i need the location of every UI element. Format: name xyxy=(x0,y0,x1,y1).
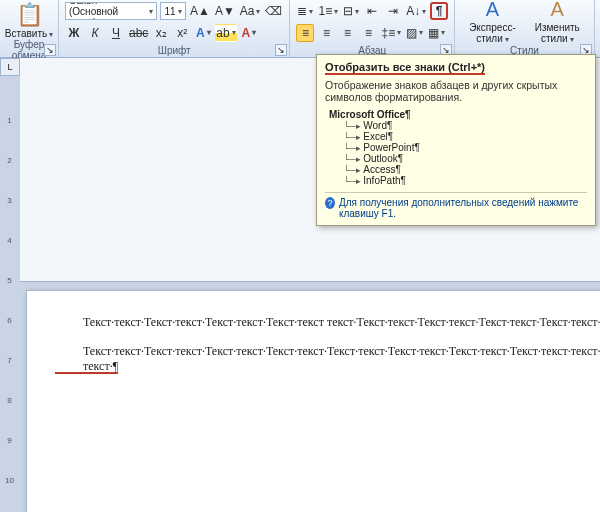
align-left-button[interactable]: ≡ xyxy=(296,24,314,42)
ruler-tick: 9 xyxy=(0,436,19,445)
sort-button[interactable]: A↓ xyxy=(405,2,427,20)
font-dialog-launcher[interactable]: ↘ xyxy=(275,44,287,56)
tree-root: Microsoft Office¶ xyxy=(329,109,587,120)
ruler-tick: 7 xyxy=(0,356,19,365)
left-column: L 12345678910 xyxy=(0,58,20,512)
change-case-button[interactable]: Aa xyxy=(239,2,262,20)
bold-button[interactable]: Ж xyxy=(65,24,83,42)
increase-indent-button[interactable]: ⇥ xyxy=(384,2,402,20)
page-scroll-area[interactable]: Текст·текст·Текст·текст·Текст·текст·Текс… xyxy=(20,282,600,513)
tree-item: InfoPath¶ xyxy=(343,175,587,186)
ruler-tick: 8 xyxy=(0,396,19,405)
change-styles-button[interactable]: A Изменить стили xyxy=(527,0,588,47)
highlight-button[interactable]: ab xyxy=(215,24,236,42)
tree-item: Excel¶ xyxy=(343,131,587,142)
ruler-corner[interactable]: L xyxy=(0,58,20,76)
quick-styles-label: Экспресс-стили xyxy=(469,22,516,45)
group-styles: A Экспресс-стили A Изменить стили Стили … xyxy=(455,0,595,57)
screentip-help: ? Для получения дополнительных сведений … xyxy=(325,197,587,219)
borders-icon: ▦ xyxy=(428,26,439,40)
show-hide-button[interactable]: ¶ xyxy=(430,2,448,20)
ruler-tick: 2 xyxy=(0,156,19,165)
screentip-tree: Microsoft Office¶ Word¶Excel¶PowerPoint¶… xyxy=(329,109,587,186)
bucket-icon: ▨ xyxy=(406,26,417,40)
line-spacing-button[interactable]: ‡≡ xyxy=(380,24,402,42)
multilevel-icon: ⊟ xyxy=(343,4,353,18)
screentip-help-text: Для получения дополнительных сведений на… xyxy=(339,197,587,219)
paste-label: Вставить xyxy=(5,28,53,39)
bullets-button[interactable]: ≣ xyxy=(296,2,314,20)
document-page[interactable]: Текст·текст·Текст·текст·Текст·текст·Текс… xyxy=(26,290,600,513)
screentip-divider xyxy=(325,192,587,193)
numbering-icon: 1≡ xyxy=(318,4,332,18)
font-size-combo[interactable]: 11 xyxy=(160,2,186,20)
screentip-show-hide: Отобразить все знаки (Ctrl+*) Отображени… xyxy=(316,54,596,226)
tree-item: Word¶ xyxy=(343,120,587,131)
screentip-description: Отображение знаков абзацев и других скры… xyxy=(325,79,587,103)
underline-button[interactable]: Ч xyxy=(107,24,125,42)
justify-icon: ≡ xyxy=(365,26,372,40)
group-editing: 🔍 Редактирование xyxy=(595,0,600,57)
eraser-icon: ⌫ xyxy=(265,4,282,18)
italic-button[interactable]: К xyxy=(86,24,104,42)
ribbon: 📋 Вставить Буфер обмена ↘ Calibri (Основ… xyxy=(0,0,600,58)
strikethrough-button[interactable]: abc xyxy=(128,24,149,42)
paragraph-1: Текст·текст·Текст·текст·Текст·текст·Текс… xyxy=(55,315,600,330)
align-center-button[interactable]: ≡ xyxy=(317,24,335,42)
clear-formatting-button[interactable]: ⌫ xyxy=(264,2,283,20)
justify-button[interactable]: ≡ xyxy=(359,24,377,42)
quick-styles-icon: A xyxy=(486,0,499,22)
borders-button[interactable]: ▦ xyxy=(427,24,446,42)
font-color-button[interactable]: A xyxy=(240,24,258,42)
group-clipboard: 📋 Вставить Буфер обмена ↘ xyxy=(0,0,59,57)
grow-font-button[interactable]: A▲ xyxy=(189,2,211,20)
align-center-icon: ≡ xyxy=(323,26,330,40)
change-styles-label: Изменить стили xyxy=(535,22,580,45)
superscript-button[interactable]: x² xyxy=(173,24,191,42)
decrease-indent-button[interactable]: ⇤ xyxy=(363,2,381,20)
shrink-font-button[interactable]: A▼ xyxy=(214,2,236,20)
ruler-tick: 6 xyxy=(0,316,19,325)
quick-styles-button[interactable]: A Экспресс-стили xyxy=(461,0,524,47)
tree-item: Access¶ xyxy=(343,164,587,175)
clipboard-dialog-launcher[interactable]: ↘ xyxy=(44,44,56,56)
paragraph-2-text: Текст·текст·Текст·текст·Текст·текст·Текс… xyxy=(83,344,600,358)
ruler-tick: 10 xyxy=(0,476,19,485)
screentip-title: Отобразить все знаки (Ctrl+*) xyxy=(325,61,485,75)
ruler-tick: 4 xyxy=(0,236,19,245)
bullets-icon: ≣ xyxy=(297,4,307,18)
change-styles-icon: A xyxy=(551,0,564,22)
numbering-button[interactable]: 1≡ xyxy=(317,2,339,20)
tree-item: PowerPoint¶ xyxy=(343,142,587,153)
multilevel-button[interactable]: ⊟ xyxy=(342,2,360,20)
align-right-icon: ≡ xyxy=(344,26,351,40)
group-font: Calibri (Основной текст) 11 A▲ A▼ Aa ⌫ Ж… xyxy=(59,0,290,57)
shading-button[interactable]: ▨ xyxy=(405,24,424,42)
ruler-tick: 5 xyxy=(0,276,19,285)
paste-button[interactable]: 📋 Вставить xyxy=(6,2,52,39)
paragraph-2-end-marker: текст·¶ xyxy=(55,360,118,374)
ruler-tick: 1 xyxy=(0,116,19,125)
paragraph-2: Текст·текст·Текст·текст·Текст·текст·Текс… xyxy=(55,344,600,374)
group-paragraph: ≣ 1≡ ⊟ ⇤ ⇥ A↓ ¶ ≡ ≡ ≡ ≡ ‡≡ ▨ ▦ Абзац ↘ xyxy=(290,0,455,57)
align-right-button[interactable]: ≡ xyxy=(338,24,356,42)
font-name-combo[interactable]: Calibri (Основной текст) xyxy=(65,2,157,20)
paragraph-1-text: Текст·текст·Текст·текст·Текст·текст·Текс… xyxy=(83,315,600,329)
ruler-tick: 3 xyxy=(0,196,19,205)
text-effects-button[interactable]: A xyxy=(194,24,212,42)
subscript-button[interactable]: x₂ xyxy=(152,24,170,42)
tree-item: Outlook¶ xyxy=(343,153,587,164)
group-label-font: Шрифт xyxy=(65,45,283,57)
paste-icon: 📋 xyxy=(16,2,43,28)
help-icon: ? xyxy=(325,197,335,209)
align-left-icon: ≡ xyxy=(302,26,309,40)
